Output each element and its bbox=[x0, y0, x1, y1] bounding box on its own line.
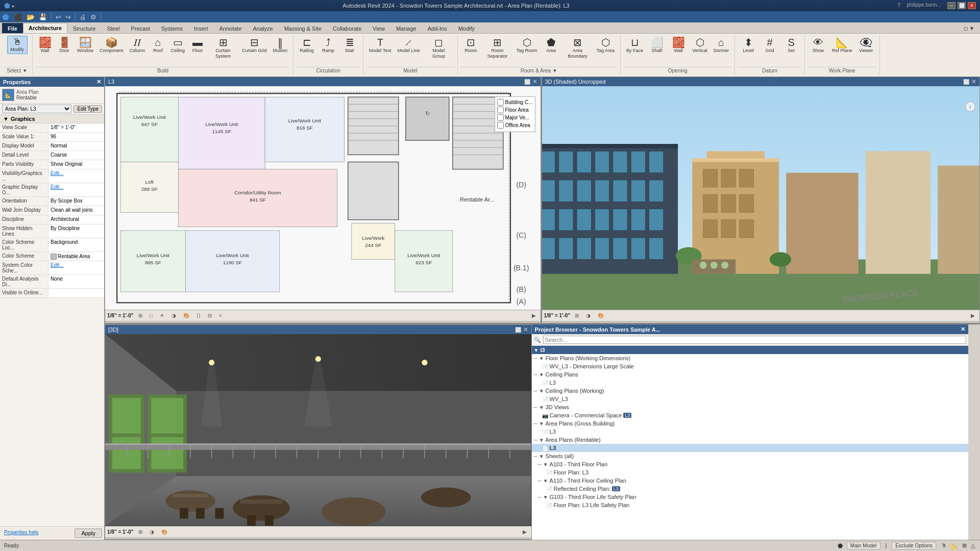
model-line-button[interactable]: ⟋ Model Line bbox=[395, 36, 422, 55]
interior-3d-maximize[interactable]: ⬜ bbox=[515, 327, 521, 333]
int-footer-btn2[interactable]: ◑ bbox=[147, 528, 157, 536]
room-button[interactable]: ⊡ Room bbox=[461, 36, 481, 55]
footer-btn-analysis[interactable]: ⟨⟩ bbox=[194, 312, 203, 319]
tab-insert[interactable]: Insert bbox=[188, 23, 214, 33]
pb-a110-l3[interactable]: 📄 Reflected Ceiling Plan: L3 bbox=[532, 485, 969, 493]
pb-area-rentable-l3[interactable]: 📄 L3 bbox=[532, 444, 969, 452]
grid-button[interactable]: # Grid bbox=[760, 36, 780, 55]
status-main-model[interactable]: Main Model bbox=[847, 542, 880, 549]
model-group-button[interactable]: ◻ Model Group bbox=[424, 36, 454, 61]
pb-camera-commercial[interactable]: 📷 Camera - Commercial Space L3 bbox=[532, 411, 969, 419]
pb-ceiling-plans[interactable]: ─ ▼ Ceiling Plans bbox=[532, 370, 969, 379]
floor-button[interactable]: ▬ Floor bbox=[188, 36, 207, 55]
undo-button[interactable]: ↩ bbox=[55, 13, 62, 21]
minimize-button[interactable]: ─ bbox=[947, 2, 955, 9]
sb-btn4[interactable]: △ bbox=[970, 542, 976, 549]
tab-analyze[interactable]: Analyze bbox=[248, 23, 279, 33]
curtain-system-button[interactable]: ⊞ Curtain System bbox=[208, 36, 238, 61]
checklist-major[interactable]: Major Ve... bbox=[497, 114, 533, 121]
pb-close[interactable]: ✕ bbox=[961, 326, 965, 333]
sb-btn1[interactable]: 🖱 bbox=[940, 542, 948, 549]
tab-manage[interactable]: Manage bbox=[390, 23, 422, 33]
column-button[interactable]: 𝛪𝛪 Column bbox=[127, 36, 148, 55]
print-button[interactable]: 🖨 bbox=[79, 13, 87, 21]
open-button[interactable]: 📂 bbox=[26, 13, 36, 21]
wall-opening-button[interactable]: 🧱 Wall bbox=[668, 36, 689, 55]
tab-massing[interactable]: Massing & Site bbox=[279, 23, 327, 33]
sb-btn3[interactable]: ⊞ bbox=[961, 542, 968, 549]
footer-btn-render[interactable]: 🎨 bbox=[181, 312, 192, 319]
pb-g103[interactable]: ─ ▼ G103 - Third Floor Life Safety Plan bbox=[532, 493, 969, 501]
plan-canvas[interactable]: (E) (D) (C) (B.1) (B) (A) Live/Work Unit… bbox=[105, 86, 541, 310]
railing-button[interactable]: ⊏ Railing bbox=[297, 36, 317, 55]
ref-plane-button[interactable]: 📐 Ref Plane bbox=[829, 36, 855, 55]
pb-floor-plans-working[interactable]: ─ ▼ Floor Plans (Working Dimensions) bbox=[532, 354, 969, 362]
checklist-floor[interactable]: Floor Area bbox=[497, 107, 533, 113]
pb-search-input[interactable] bbox=[543, 336, 967, 344]
show-button[interactable]: 👁 Show bbox=[808, 36, 828, 55]
status-exclude[interactable]: Exclude Options bbox=[892, 542, 936, 549]
sb-btn2[interactable]: 📐 bbox=[950, 542, 959, 549]
ramp-button[interactable]: ⤴ Ramp bbox=[318, 36, 338, 55]
3d-footer-btn1[interactable]: ⊞ bbox=[572, 312, 581, 319]
tab-collaborate[interactable]: Collaborate bbox=[327, 23, 367, 33]
viewer-button[interactable]: 👁‍🗨 Viewer bbox=[856, 36, 876, 55]
pb-item-l3-top[interactable]: ▼ l3 bbox=[532, 346, 969, 354]
dormer-button[interactable]: ⌂ Dormer bbox=[711, 36, 731, 55]
3d-footer-btn2[interactable]: ◑ bbox=[583, 312, 593, 319]
edit-type-button[interactable]: Edit Type bbox=[74, 105, 102, 113]
tab-addins[interactable]: Add-Ins bbox=[422, 23, 453, 33]
pb-a103-l3[interactable]: 📄 Floor Plan: L3 bbox=[532, 468, 969, 477]
footer-btn-sun[interactable]: ☀ bbox=[157, 312, 167, 319]
ceiling-button[interactable]: ▭ Ceiling bbox=[168, 36, 188, 55]
help-icon[interactable]: ? bbox=[897, 2, 900, 9]
modify-button[interactable]: 🖱 Modify bbox=[7, 36, 28, 54]
pb-sheets-all[interactable]: ─ ▼ Sheets (all) bbox=[532, 452, 969, 460]
settings-button[interactable]: ⚙ bbox=[89, 13, 97, 21]
restore-button[interactable]: ⬜ bbox=[958, 2, 966, 9]
checklist-building[interactable]: Building C... bbox=[497, 99, 533, 106]
shaft-button[interactable]: ⬜ Shaft bbox=[647, 36, 667, 55]
properties-help-link[interactable]: Properties help bbox=[2, 529, 40, 538]
tab-view[interactable]: View bbox=[367, 23, 390, 33]
door-button[interactable]: 🚪 Door bbox=[55, 36, 74, 55]
footer-btn-right[interactable]: ▶ bbox=[529, 312, 538, 319]
roof-button[interactable]: ⌂ Roof bbox=[149, 36, 167, 55]
area-boundary-button[interactable]: ⊠ Area Boundary bbox=[562, 36, 593, 61]
mullion-button[interactable]: ‖ Mullion bbox=[271, 36, 290, 55]
wall-button[interactable]: 🧱 Wall bbox=[36, 36, 54, 55]
3d-view-maximize[interactable]: ⬜ bbox=[963, 79, 969, 85]
footer-btn-scale[interactable]: ⊞ bbox=[136, 312, 145, 319]
properties-collapse[interactable]: ✕ bbox=[96, 79, 101, 85]
tag-room-button[interactable]: ⬡ Tag Room bbox=[514, 36, 540, 55]
pb-g103-l3[interactable]: 📄 Floor Plan: L3 Life Safety Plan bbox=[532, 501, 969, 509]
footer-btn-shadow[interactable]: ◑ bbox=[169, 312, 179, 319]
pb-area-plans-gross[interactable]: ─ ▼ Area Plans (Gross Building) bbox=[532, 419, 969, 428]
interior-3d-close[interactable]: ✕ bbox=[523, 326, 528, 333]
int-footer-btn3[interactable]: 🎨 bbox=[159, 528, 170, 536]
apply-button[interactable]: Apply bbox=[75, 529, 102, 538]
interior-3d-canvas[interactable] bbox=[105, 334, 531, 526]
model-text-button[interactable]: T Model Text bbox=[366, 36, 394, 55]
3d-view-close[interactable]: ✕ bbox=[971, 78, 976, 85]
3d-view-canvas[interactable]: SNOWDON PLACE ↑ bbox=[542, 86, 980, 310]
footer-btn-wireframe[interactable]: □ bbox=[147, 312, 155, 319]
int-footer-btn1[interactable]: ⊞ bbox=[136, 528, 145, 536]
footer-btn-crop2[interactable]: ⌗ bbox=[216, 312, 225, 320]
tab-steel[interactable]: Steel bbox=[101, 23, 125, 33]
tab-structure[interactable]: Structure bbox=[67, 23, 102, 33]
footer-btn-crop[interactable]: ⊟ bbox=[205, 312, 214, 319]
area-button[interactable]: ⬟ Area bbox=[541, 36, 561, 55]
pb-a103[interactable]: ─ ▼ A103 - Third Floor Plan bbox=[532, 460, 969, 468]
qat-dropdown[interactable]: ▼ bbox=[104, 14, 110, 20]
pb-wv-l3-ceil[interactable]: 📄 WV_L3 bbox=[532, 395, 969, 403]
close-button[interactable]: ✕ bbox=[968, 2, 976, 9]
3d-footer-btn3[interactable]: 🎨 bbox=[595, 312, 606, 319]
stair-button[interactable]: ≣ Stair bbox=[339, 36, 360, 55]
set-button[interactable]: S Set bbox=[781, 36, 801, 55]
int-footer-right[interactable]: ▶ bbox=[520, 528, 529, 536]
view-type-select[interactable]: Area Plan: L3 bbox=[2, 105, 71, 113]
vertical-button[interactable]: ⬡ Vertical bbox=[690, 36, 710, 55]
plan-view-maximize[interactable]: ⬜ bbox=[524, 79, 530, 85]
pb-3d-views[interactable]: ─ ▼ 3D Views bbox=[532, 403, 969, 411]
